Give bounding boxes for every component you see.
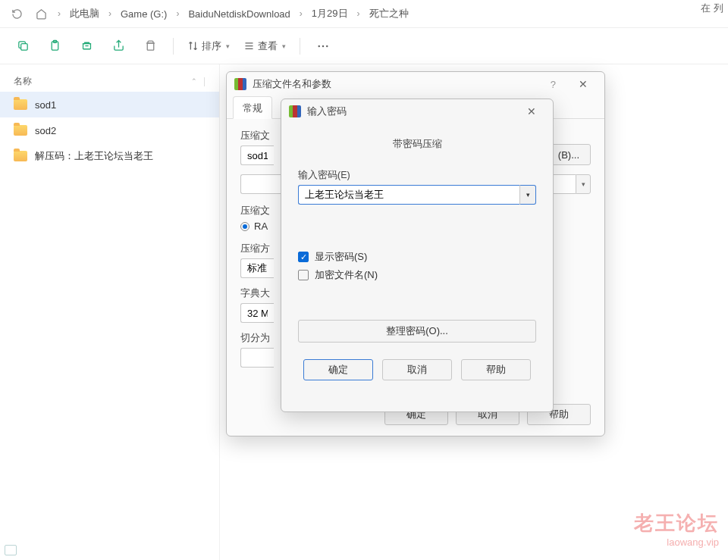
divider	[300, 38, 300, 55]
breadcrumb-item[interactable]: Game (G:)	[118, 7, 170, 21]
help-icon[interactable]: ?	[543, 79, 563, 90]
rename-button[interactable]	[73, 34, 100, 58]
delete-button[interactable]	[136, 34, 164, 58]
svg-rect-0	[20, 44, 27, 50]
dialog-body: 带密码压缩 输入密码(E) ▾ ✓ 显示密码(S) 加密文件名(N) 整理密码(…	[281, 124, 553, 394]
ok-button[interactable]: 确定	[303, 359, 373, 380]
radio-label: RA	[254, 221, 268, 232]
column-divider: |	[203, 76, 206, 86]
column-header-label: 名称	[14, 75, 32, 88]
chevron-right-icon: ›	[105, 8, 115, 19]
chevron-right-icon: ›	[173, 8, 182, 19]
file-name: sod2	[35, 125, 56, 136]
sort-label: 排序	[202, 39, 221, 53]
list-item[interactable]: 解压码：上老王论坛当老王	[0, 143, 219, 169]
toolbar: 排序 ▾ 查看 ▾	[0, 28, 728, 64]
share-button[interactable]	[105, 34, 132, 58]
help-button[interactable]: 帮助	[461, 359, 531, 380]
nav-refresh-button[interactable]	[6, 3, 27, 24]
svg-point-5	[318, 45, 320, 47]
sort-indicator-icon: ⌃	[191, 77, 197, 85]
checkbox-label: 加密文件名(N)	[315, 268, 378, 282]
show-password-checkbox[interactable]: ✓ 显示密码(S)	[298, 250, 536, 264]
folder-icon	[14, 151, 27, 161]
tab-general[interactable]: 常规	[233, 96, 272, 119]
breadcrumb-item[interactable]: 死亡之种	[366, 5, 412, 22]
dialog-titlebar[interactable]: 输入密码 ✕	[281, 99, 553, 124]
folder-icon	[14, 125, 27, 136]
breadcrumb: › 此电脑 › Game (G:) › BaiduNetdiskDownload…	[0, 0, 728, 27]
encrypt-names-checkbox[interactable]: 加密文件名(N)	[298, 268, 536, 282]
list-item[interactable]: sod2	[0, 117, 219, 143]
watermark-url: laowang.vip	[634, 537, 719, 548]
dict-combo[interactable]	[240, 303, 274, 323]
nav-home-button[interactable]	[30, 3, 52, 24]
watermark-text: 老王论坛	[634, 510, 719, 537]
dialog-titlebar[interactable]: 压缩文件名和参数 ? ✕	[227, 72, 604, 96]
file-name: sod1	[35, 99, 56, 111]
breadcrumb-item[interactable]: BaiduNetdiskDownload	[185, 7, 293, 21]
sort-button[interactable]: 排序 ▾	[183, 34, 234, 58]
dialog-title: 压缩文件名和参数	[253, 77, 537, 91]
file-list-panel: 名称 ⌃ | sod1 sod2 解压码：上老王论坛当老王	[0, 64, 220, 560]
close-icon[interactable]: ✕	[570, 74, 597, 95]
status-icon	[5, 545, 17, 555]
paste-button[interactable]	[41, 34, 68, 58]
svg-rect-4	[147, 43, 154, 50]
split-combo[interactable]	[240, 348, 274, 368]
dialog-title: 输入密码	[307, 105, 512, 118]
chevron-right-icon: ›	[354, 8, 363, 19]
breadcrumb-item[interactable]: 此电脑	[67, 5, 102, 22]
folder-icon	[14, 99, 27, 110]
chevron-right-icon: ›	[297, 8, 306, 19]
svg-point-6	[322, 45, 325, 47]
cancel-button[interactable]: 取消	[382, 359, 452, 380]
file-name: 解压码：上老王论坛当老王	[35, 149, 153, 163]
checkbox-label: 显示密码(S)	[315, 250, 367, 264]
chevron-right-icon: ›	[55, 8, 64, 19]
password-input[interactable]	[298, 185, 519, 205]
view-button[interactable]: 查看 ▾	[239, 34, 290, 58]
divider	[173, 38, 174, 55]
chevron-down-icon[interactable]: ▾	[519, 185, 536, 205]
winrar-icon	[234, 78, 246, 90]
archive-name-input[interactable]	[240, 145, 274, 165]
svg-point-7	[326, 45, 328, 47]
breadcrumb-item[interactable]: 1月29日	[309, 5, 351, 22]
copy-button[interactable]	[9, 34, 36, 58]
chevron-down-icon[interactable]: ▾	[576, 174, 591, 194]
method-combo[interactable]	[240, 258, 274, 278]
view-label: 查看	[258, 39, 278, 53]
svg-rect-3	[83, 44, 90, 49]
chevron-down-icon: ▾	[226, 42, 230, 50]
password-dialog: 输入密码 ✕ 带密码压缩 输入密码(E) ▾ ✓ 显示密码(S) 加密文件名(N…	[281, 99, 554, 412]
search-placeholder-fragment: 在 列	[701, 2, 723, 15]
winrar-icon	[289, 105, 301, 117]
close-icon[interactable]: ✕	[518, 101, 545, 122]
dialog-buttons: 确定 取消 帮助	[298, 359, 536, 380]
organize-passwords-button[interactable]: 整理密码(O)...	[298, 320, 536, 343]
more-button[interactable]	[309, 34, 337, 58]
column-header-name[interactable]: 名称 ⌃ |	[0, 70, 219, 92]
watermark: 老王论坛 laowang.vip	[634, 510, 719, 548]
dialog-subtitle: 带密码压缩	[298, 137, 536, 151]
password-label: 输入密码(E)	[298, 169, 536, 182]
chevron-down-icon: ▾	[282, 42, 286, 50]
list-item[interactable]: sod1	[0, 92, 219, 117]
